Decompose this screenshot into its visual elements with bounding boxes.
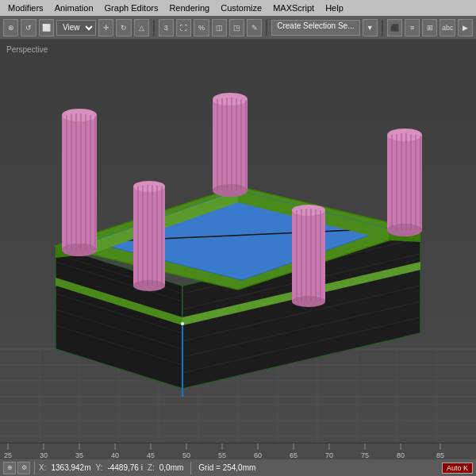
sep3: [382, 20, 383, 36]
sep2: [266, 20, 267, 36]
x-label: X:: [39, 463, 46, 472]
redo-btn[interactable]: ⬜: [39, 19, 54, 36]
autokeyframe-btn[interactable]: Auto K: [442, 463, 473, 474]
svg-text:50: 50: [182, 451, 190, 459]
svg-text:75: 75: [361, 451, 369, 459]
svg-point-56: [213, 184, 248, 197]
svg-text:60: 60: [254, 451, 262, 459]
y-value: -4489,76 i: [104, 463, 145, 472]
status-sep1: [34, 462, 35, 474]
svg-point-66: [387, 224, 422, 236]
move-btn[interactable]: ✛: [98, 19, 113, 36]
status-icon-1[interactable]: ⊕: [3, 462, 16, 474]
create-sel-btn[interactable]: Create Selection Se...: [271, 20, 359, 36]
snap-toggle[interactable]: ⛶: [176, 19, 191, 36]
svg-point-65: [387, 129, 422, 141]
select-btn[interactable]: ⊕: [3, 19, 18, 36]
spacing-btn[interactable]: ⊞: [422, 19, 437, 36]
num3-btn[interactable]: 3: [159, 19, 174, 36]
layer-btn[interactable]: abc: [440, 19, 455, 36]
timeline[interactable]: 25 30 35 40 45 50 55 60 65 70 75 80 85: [0, 443, 476, 459]
svg-point-45: [62, 109, 97, 121]
svg-text:30: 30: [40, 451, 48, 459]
render-btn[interactable]: ▶: [458, 19, 473, 36]
svg-rect-44: [62, 115, 97, 250]
scene-svg: Perspective: [0, 40, 476, 443]
percent-snap[interactable]: ◫: [212, 19, 227, 36]
svg-text:25: 25: [4, 451, 12, 459]
menu-maxscript[interactable]: MAXScript: [268, 2, 319, 13]
sel-lock[interactable]: ▼: [363, 19, 378, 36]
svg-rect-64: [387, 135, 422, 230]
menu-rendering[interactable]: Rendering: [164, 2, 214, 13]
svg-text:65: 65: [290, 451, 298, 459]
menu-modifiers[interactable]: Modifiers: [3, 2, 48, 13]
undo-btn[interactable]: ↺: [21, 19, 36, 36]
menu-graph-editors[interactable]: Graph Editors: [100, 2, 163, 13]
grid-info: Grid = 254,0mm: [195, 463, 259, 472]
rotate-btn[interactable]: ↻: [116, 19, 131, 36]
svg-text:80: 80: [397, 451, 405, 459]
x-value: 1363,942m: [48, 463, 94, 472]
status-icon-2[interactable]: ⚙: [17, 462, 30, 474]
menu-customize[interactable]: Customize: [216, 2, 267, 13]
svg-text:Perspective: Perspective: [6, 45, 48, 54]
svg-text:70: 70: [325, 451, 333, 459]
svg-text:45: 45: [147, 451, 155, 459]
y-label: Y:: [96, 463, 103, 472]
z-label: Z:: [148, 463, 155, 472]
svg-text:85: 85: [436, 451, 444, 459]
svg-text:40: 40: [111, 451, 119, 459]
viewport[interactable]: Perspective: [0, 40, 476, 443]
svg-text:35: 35: [75, 451, 83, 459]
menu-animation[interactable]: Animation: [50, 2, 98, 13]
svg-point-93: [181, 322, 184, 325]
scale-btn[interactable]: △: [134, 19, 149, 36]
statusbar: ⊕ ⚙ X: 1363,942m Y: -4489,76 i Z: 0,0mm …: [0, 459, 476, 476]
menu-help[interactable]: Help: [321, 2, 348, 13]
mirror-btn[interactable]: ⬛: [387, 19, 402, 36]
sep1: [153, 20, 155, 36]
align-btn[interactable]: ≡: [405, 19, 420, 36]
view-dropdown[interactable]: View: [56, 20, 96, 36]
timeline-svg: 25 30 35 40 45 50 55 60 65 70 75 80 85: [0, 443, 476, 459]
spinner-snap[interactable]: ◳: [229, 19, 244, 36]
status-sep2: [190, 462, 191, 474]
svg-text:55: 55: [218, 451, 226, 459]
svg-rect-54: [213, 99, 248, 190]
angle-snap[interactable]: %: [194, 19, 209, 36]
main-toolbar: ⊕ ↺ ⬜ View ✛ ↻ △ 3 ⛶ % ◫ ◳ ✎ Create Sele…: [0, 16, 476, 40]
menubar: Modifiers Animation Graph Editors Render…: [0, 0, 476, 16]
svg-point-55: [213, 93, 248, 106]
edit-named[interactable]: ✎: [247, 19, 262, 36]
svg-point-46: [62, 244, 97, 256]
z-value: 0,0mm: [156, 463, 187, 472]
